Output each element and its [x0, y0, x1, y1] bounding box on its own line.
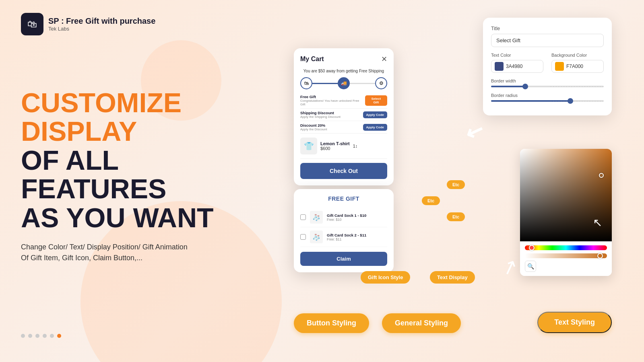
cursor-decoration: ↖: [593, 216, 602, 229]
pagination: [21, 334, 61, 338]
hero-line3: AS YOU WANT: [21, 202, 214, 233]
cart-title: My Cart: [300, 56, 324, 63]
text-color-hex-input[interactable]: [506, 64, 534, 69]
border-width-label: Border width: [491, 78, 604, 83]
gift-item-1: 🧦 Gift Card Sock 1 - $10 Free: $10: [300, 208, 387, 227]
prog-icon-gear: ⚙: [375, 77, 387, 89]
arrow-decoration-1: ↗: [462, 118, 487, 147]
color-row: Text Color Background Color: [491, 53, 604, 73]
border-width-thumb[interactable]: [522, 84, 528, 89]
bg-color-group: Background Color: [551, 53, 604, 73]
cart-progress-text: You are $50 away from getting Free Shipp…: [300, 68, 387, 74]
color-picker-cursor[interactable]: [599, 173, 604, 178]
eyedropper-button[interactable]: 🔍: [525, 261, 536, 272]
dot-5[interactable]: [50, 334, 54, 338]
cart-item-price: $600: [320, 146, 350, 151]
app-header: 🛍 SP : Free Gift with purchase Tek Labs: [21, 13, 155, 35]
hero-line1: CUSTOMIZE DISPLAY: [21, 87, 182, 146]
text-styling-button[interactable]: Text Styling: [537, 312, 612, 333]
cart-item-qty: 1↕: [353, 144, 358, 148]
bg-color-label: Background Color: [551, 53, 604, 58]
logo-icon: 🛍: [27, 19, 37, 30]
gift-item-2: 🧦 Gift Card Sock 2 - $11 Free: $11: [300, 227, 387, 247]
border-width-slider: · · · · · · · · · · · · · · · · · · · · …: [491, 86, 604, 87]
cart-item-image: 👕: [300, 138, 317, 154]
bg-color-input-row: [551, 60, 604, 73]
text-color-swatch[interactable]: [495, 62, 504, 71]
text-color-input-row: [491, 60, 543, 73]
cart-item: 👕 Lemon T-shirt $600 1↕: [300, 134, 387, 159]
title-label: Title: [491, 26, 604, 31]
color-picker-gradient[interactable]: ↖: [520, 149, 612, 241]
reward-row-discount: Discount 20% Apply the Discount Apply Co…: [300, 121, 387, 134]
floating-tag-1: Etc: [447, 180, 465, 189]
prog-icon-bag: 🛍: [300, 77, 312, 89]
text-color-group: Text Color: [491, 53, 543, 73]
border-radius-slider: · · · · · · · · · · · · · · · · · · · · …: [491, 100, 604, 102]
dot-3[interactable]: [35, 334, 39, 338]
shipping-apply-button[interactable]: Apply Code: [363, 111, 387, 118]
floating-tag-3: Etc: [447, 212, 465, 221]
gift-item-1-price: Free: $10: [327, 218, 366, 222]
reward-shipping-label: Shipping Discount: [300, 111, 341, 115]
text-color-label: Text Color: [491, 53, 543, 58]
app-logo: 🛍: [21, 13, 43, 35]
hue-thumb[interactable]: [529, 245, 535, 251]
style-panel: Title Text Color Background Color Border…: [483, 18, 612, 115]
cart-item-name: Lemon T-shirt: [320, 141, 350, 146]
color-picker-panel: ↖ 🔍: [520, 149, 612, 276]
bottom-action-buttons: Button Styling General Styling: [294, 313, 461, 333]
text-display-tag[interactable]: Text Display: [430, 271, 475, 284]
border-width-track: · · · · · · · · · · · · · · · · · · · · …: [491, 86, 604, 87]
dot-4[interactable]: [43, 334, 47, 338]
gift-item-2-image: 🧦: [310, 230, 323, 243]
border-radius-dots: · · · · · · · · · · · · · · · · · · · · …: [551, 99, 604, 103]
hero-line2: OF ALL FEATURES: [21, 145, 166, 204]
title-input[interactable]: [491, 34, 604, 47]
color-picker-controls: 🔍: [520, 241, 612, 276]
app-title: SP : Free Gift with purchase: [48, 16, 155, 26]
gift-icon-style-tag[interactable]: Gift Icon Style: [361, 271, 410, 284]
gift-item-2-price: Free: $11: [327, 237, 366, 241]
discount-apply-button[interactable]: Apply Code: [363, 124, 387, 131]
arrow-decoration-2: ↙: [499, 255, 522, 282]
reward-shipping-sublabel: Apply the Shipping Discount: [300, 115, 341, 119]
prog-line-1: [312, 83, 338, 84]
reward-gift-label: Free Gift: [300, 95, 365, 99]
border-radius-label: Border radius: [491, 93, 604, 98]
claim-button[interactable]: Claim: [300, 252, 387, 266]
floating-tag-2: Etc: [422, 196, 440, 205]
cart-modal: My Cart ✕ You are $50 away from getting …: [294, 48, 394, 185]
cart-progress-icons: 🛍 🚚 ⚙: [300, 77, 387, 89]
bg-color-swatch[interactable]: [555, 62, 564, 71]
prog-line-2: [350, 83, 375, 84]
button-styling-button[interactable]: Button Styling: [294, 313, 369, 333]
reward-row-gift: Free Gift Congratulations! You have unlo…: [300, 93, 387, 109]
gift-checkbox-1[interactable]: [300, 214, 306, 220]
select-gift-button[interactable]: Select Gift: [365, 95, 387, 106]
cart-close-icon[interactable]: ✕: [381, 55, 387, 64]
hue-slider[interactable]: [525, 245, 607, 250]
border-width-dots: · · · · · · · · · · · · · · · · · · · · …: [551, 85, 604, 88]
border-radius-track: · · · · · · · · · · · · · · · · · · · · …: [491, 100, 604, 102]
hero-content: CUSTOMIZE DISPLAY OF ALL FEATURES AS YOU…: [21, 88, 270, 263]
general-styling-button[interactable]: General Styling: [382, 313, 461, 333]
prog-icon-truck: 🚚: [338, 77, 350, 89]
gift-checkbox-2[interactable]: [300, 234, 306, 240]
bg-color-hex-input[interactable]: [566, 64, 594, 69]
gift-item-1-image: 🧦: [310, 211, 323, 224]
opacity-slider[interactable]: [525, 253, 607, 258]
dot-1[interactable]: [21, 334, 25, 338]
gift-modal: FREE GIFT 🧦 Gift Card Sock 1 - $10 Free:…: [294, 189, 394, 272]
reward-gift-sublabel: Congratulations! You have unlocked Free …: [300, 99, 365, 106]
opacity-thumb[interactable]: [597, 253, 603, 259]
eyedropper-row: 🔍: [525, 261, 607, 272]
app-subtitle: Tek Labs: [48, 26, 155, 32]
reward-row-shipping: Shipping Discount Apply the Shipping Dis…: [300, 109, 387, 121]
cart-modal-header: My Cart ✕: [300, 55, 387, 64]
dot-2[interactable]: [28, 334, 32, 338]
gift-item-1-name: Gift Card Sock 1 - $10: [327, 213, 366, 218]
dot-6-active[interactable]: [57, 334, 61, 338]
reward-discount-label: Discount 20%: [300, 123, 327, 128]
checkout-button[interactable]: Check Out: [300, 163, 387, 179]
